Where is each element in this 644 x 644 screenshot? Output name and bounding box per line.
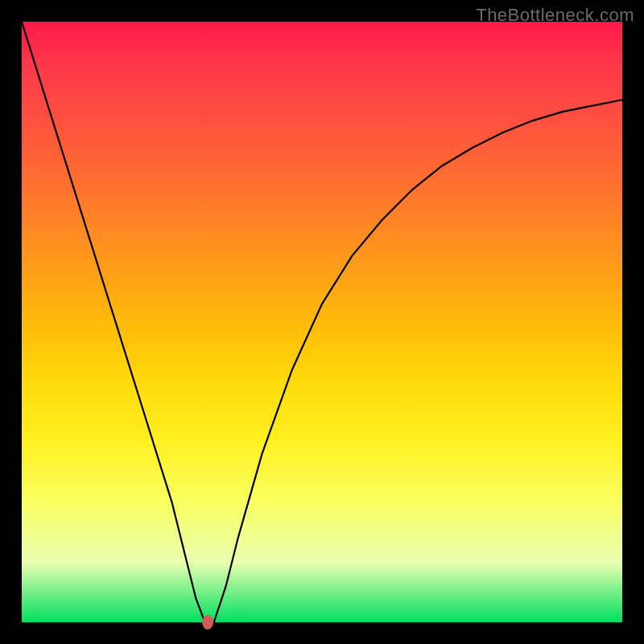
optimum-marker [202,615,213,630]
watermark-text: TheBottleneck.com [476,5,634,26]
chart-background [22,22,622,622]
